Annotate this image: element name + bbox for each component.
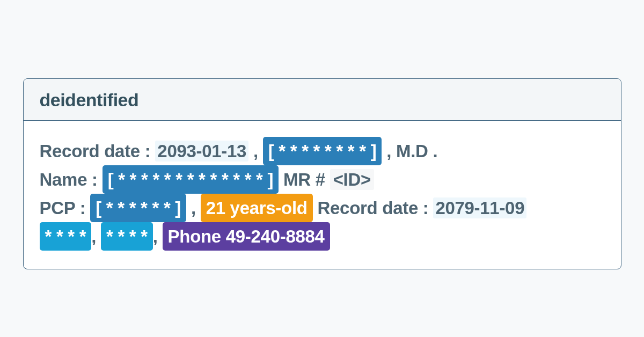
panel-title: deidentified	[24, 79, 621, 121]
line-2: Name : [ * * * * * * * * * * * * * ] MR …	[40, 165, 605, 194]
mr-label: MR #	[283, 170, 325, 189]
record-date-label: Record date :	[40, 141, 151, 161]
masked-patient-name: [ * * * * * * * * * * * * * ]	[103, 165, 279, 194]
separator: ,	[253, 141, 258, 161]
line-4: * * * *, * * * *, Phone 49-240-8884	[40, 222, 605, 251]
credential-suffix: M.D .	[396, 141, 437, 161]
phone-chip: Phone 49-240-8884	[163, 222, 330, 251]
line-3: PCP : [ * * * * * * ] , 21 years-old Rec…	[40, 194, 605, 222]
deidentified-panel: deidentified Record date : 2093-01-13 , …	[23, 78, 621, 270]
record-date-value: 2093-01-13	[155, 141, 248, 162]
masked-item-2: * * * *	[101, 222, 153, 251]
panel-body: Record date : 2093-01-13 , [ * * * * * *…	[24, 121, 621, 269]
record-date-value-2: 2079-11-09	[433, 197, 526, 218]
name-label: Name :	[40, 170, 98, 189]
pcp-label: PCP :	[40, 198, 86, 218]
masked-doctor-name: [ * * * * * * * * ]	[263, 137, 382, 165]
record-date-label-2: Record date :	[318, 198, 429, 218]
mr-id-value: <ID>	[330, 169, 374, 190]
line-1: Record date : 2093-01-13 , [ * * * * * *…	[40, 137, 605, 165]
separator: ,	[91, 226, 96, 246]
separator: ,	[191, 198, 196, 218]
separator: ,	[386, 141, 391, 161]
separator: ,	[153, 226, 158, 246]
age-chip: 21 years-old	[201, 194, 313, 222]
masked-item-1: * * * *	[40, 222, 92, 251]
masked-pcp-name: [ * * * * * * ]	[90, 194, 186, 222]
